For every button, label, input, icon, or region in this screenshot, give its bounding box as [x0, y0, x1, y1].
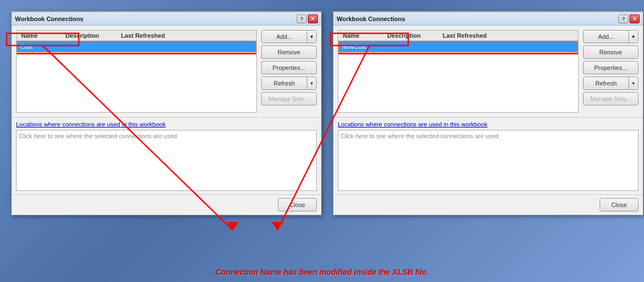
connections-list-2[interactable]: NewCust — [338, 41, 579, 113]
close-x-button-1[interactable]: ✕ — [308, 14, 318, 23]
connection-row-cust[interactable]: Cust — [17, 41, 256, 52]
dialog-2-content: Name Description Last Refreshed NewCust … — [333, 26, 643, 117]
dialog-1: Workbook Connections ? ✕ Name Descriptio… — [11, 11, 322, 215]
dialog-1-title: Workbook Connections — [15, 16, 83, 22]
close-button-2[interactable]: Close — [600, 198, 638, 212]
add-dropdown-button-1[interactable]: ▼ — [307, 31, 316, 43]
connection-row-newcust[interactable]: NewCust — [338, 41, 578, 52]
table-header-1: Name Description Last Refreshed — [16, 30, 257, 41]
add-button-container-2[interactable]: Add... ▼ — [583, 30, 638, 43]
titlebar-controls-1: ? ✕ — [297, 14, 318, 23]
refresh-dropdown-button-2[interactable]: ▼ — [629, 77, 638, 89]
col-header-desc-1: Description — [63, 32, 119, 39]
table-header-2: Name Description Last Refreshed — [338, 30, 579, 41]
refresh-split-button-1[interactable]: Refresh ▼ — [261, 77, 317, 90]
locations-placeholder-2: Click here to see where the selected con… — [341, 133, 499, 139]
buttons-col-2: Add... ▼ Remove Properties... Refresh ▼ … — [583, 30, 638, 113]
connections-list-1[interactable]: Cust — [16, 41, 257, 113]
manage-sets-button-2[interactable]: Manage Sets... — [583, 92, 638, 105]
buttons-col-1: Add... ▼ Remove Properties... Refresh ▼ … — [261, 30, 317, 113]
dialog-1-footer: Close — [12, 194, 321, 215]
add-main-button-1[interactable]: Add... — [262, 31, 307, 43]
dialog-2-title: Workbook Connections — [337, 16, 405, 22]
dialog-1-lower: Locations where connections are used in … — [12, 117, 321, 194]
add-dropdown-button-2[interactable]: ▼ — [629, 31, 638, 43]
properties-button-2[interactable]: Properties... — [583, 61, 638, 74]
locations-box-2[interactable]: Click here to see where the selected con… — [338, 130, 638, 191]
remove-button-1[interactable]: Remove — [261, 46, 317, 59]
help-button-2[interactable]: ? — [618, 14, 628, 23]
properties-button-1[interactable]: Properties... — [261, 61, 317, 74]
connections-area-2: Name Description Last Refreshed NewCust — [338, 30, 579, 113]
add-main-button-2[interactable]: Add... — [584, 31, 629, 43]
titlebar-2: Workbook Connections ? ✕ — [333, 12, 643, 26]
locations-label-1[interactable]: Locations where connections are used in … — [16, 121, 317, 128]
refresh-split-button-2[interactable]: Refresh ▼ — [583, 77, 638, 90]
refresh-dropdown-button-1[interactable]: ▼ — [307, 77, 316, 89]
col-header-name-1: Name — [19, 32, 63, 39]
locations-placeholder-1: Click here to see where the selected con… — [19, 133, 177, 139]
col-header-desc-2: Description — [385, 32, 440, 39]
refresh-main-button-1[interactable]: Refresh — [262, 77, 307, 89]
manage-sets-button-1[interactable]: Manage Sets... — [261, 92, 317, 105]
titlebar-1: Workbook Connections ? ✕ — [12, 12, 321, 26]
dialog-2-footer: Close — [333, 194, 643, 215]
connections-area-1: Name Description Last Refreshed Cust — [16, 30, 257, 113]
close-button-1[interactable]: Close — [278, 198, 317, 212]
col-header-refresh-1: Last Refreshed — [119, 32, 254, 39]
dialog-2: Workbook Connections ? ✕ Name Descriptio… — [333, 11, 643, 215]
help-button-1[interactable]: ? — [297, 14, 307, 23]
locations-label-2[interactable]: Locations where connections are used in … — [338, 121, 638, 128]
dialog-2-lower: Locations where connections are used in … — [333, 117, 643, 194]
titlebar-controls-2: ? ✕ — [618, 14, 640, 23]
col-header-refresh-2: Last Refreshed — [440, 32, 576, 39]
dialog-1-content: Name Description Last Refreshed Cust Add… — [12, 26, 321, 117]
refresh-main-button-2[interactable]: Refresh — [584, 77, 629, 89]
add-button-container-1[interactable]: Add... ▼ — [261, 30, 317, 43]
remove-button-2[interactable]: Remove — [583, 46, 638, 59]
close-x-button-2[interactable]: ✕ — [630, 14, 640, 23]
annotation-text: Connection Name has been modified inside… — [215, 268, 428, 276]
col-header-name-2: Name — [341, 32, 385, 39]
locations-box-1[interactable]: Click here to see where the selected con… — [16, 130, 317, 191]
